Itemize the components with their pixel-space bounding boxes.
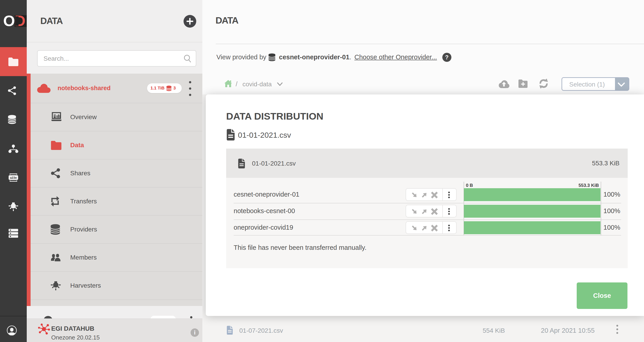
svg-text:a23e: a23e	[10, 176, 17, 179]
